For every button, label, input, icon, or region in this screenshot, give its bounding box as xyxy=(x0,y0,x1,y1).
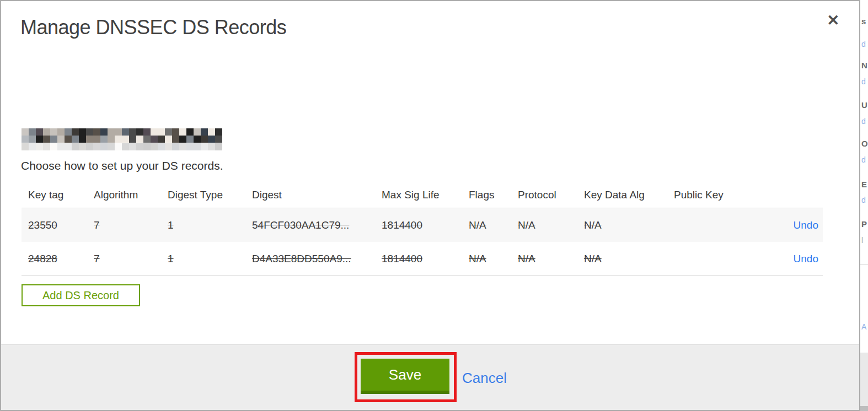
cell-digest-type: 1 xyxy=(168,208,252,242)
manage-dnssec-ds-records-dialog: Manage DNSSEC DS Records ✕ Choose how to… xyxy=(0,0,860,411)
table-row: 24828 7 1 D4A33E8DD550A9... 1814400 N/A … xyxy=(22,242,823,275)
cell-flags: N/A xyxy=(469,208,518,242)
column-header-action xyxy=(783,182,823,208)
table-header-row: Key tag Algorithm Digest Type Digest Max… xyxy=(22,182,823,208)
cell-protocol: N/A xyxy=(518,208,584,242)
background-text-fragment: P xyxy=(861,219,867,229)
column-header-key-tag: Key tag xyxy=(22,182,94,208)
background-link-fragment[interactable]: d xyxy=(861,196,866,204)
redacted-domain-name xyxy=(22,128,222,150)
cell-protocol: N/A xyxy=(518,242,584,275)
background-link-fragment[interactable]: d xyxy=(861,40,866,48)
background-text-fragment: U xyxy=(861,100,867,110)
cell-public-key xyxy=(674,242,783,275)
undo-link[interactable]: Undo xyxy=(794,219,818,231)
column-header-digest: Digest xyxy=(252,182,382,208)
column-header-protocol: Protocol xyxy=(518,182,584,208)
cell-max-sig-life: 1814400 xyxy=(382,242,469,275)
undo-link[interactable]: Undo xyxy=(794,253,818,264)
background-link-fragment[interactable]: d xyxy=(861,155,866,164)
instruction-text: Choose how to set up your DS records. xyxy=(21,159,223,172)
background-link-fragment[interactable]: d xyxy=(861,77,866,86)
close-icon[interactable]: ✕ xyxy=(827,13,839,28)
background-footer-edge xyxy=(860,406,868,411)
annotation-highlight-box: Save xyxy=(355,352,457,402)
cell-max-sig-life: 1814400 xyxy=(382,208,469,242)
column-header-public-key: Public Key xyxy=(674,182,783,208)
ds-records-table: Key tag Algorithm Digest Type Digest Max… xyxy=(22,182,823,276)
add-ds-record-button[interactable]: Add DS Record xyxy=(22,284,140,306)
cell-digest: D4A33E8DD550A9... xyxy=(252,242,382,275)
column-header-key-data-alg: Key Data Alg xyxy=(584,182,674,208)
background-text-fragment: O xyxy=(861,139,868,148)
cell-digest-type: 1 xyxy=(168,242,252,275)
cell-key-tag: 24828 xyxy=(22,242,94,275)
cell-key-tag: 23550 xyxy=(22,208,94,242)
column-header-algorithm: Algorithm xyxy=(94,182,168,208)
background-text-fragment: N xyxy=(861,61,867,70)
background-text-fragment: l xyxy=(861,236,863,245)
background-link-fragment[interactable]: d xyxy=(861,117,866,126)
column-header-flags: Flags xyxy=(469,182,518,208)
background-link-fragment[interactable]: A xyxy=(861,322,866,331)
save-button[interactable]: Save xyxy=(361,359,449,394)
page-title: Manage DNSSEC DS Records xyxy=(20,16,286,39)
screenshot-root: sdNdUdOdEdPlA Manage DNSSEC DS Records ✕… xyxy=(0,0,868,411)
background-text-fragment: E xyxy=(861,180,867,189)
cell-flags: N/A xyxy=(469,242,518,275)
column-header-digest-type: Digest Type xyxy=(168,182,252,208)
cancel-link[interactable]: Cancel xyxy=(462,370,507,387)
background-text-fragment: s xyxy=(861,17,866,26)
cell-public-key xyxy=(674,208,783,242)
background-page-strip: sdNdUdOdEdPlA xyxy=(860,0,868,411)
cell-key-data-alg: N/A xyxy=(584,242,674,275)
cell-digest: 54FCF030AA1C79... xyxy=(252,208,382,242)
cell-algorithm: 7 xyxy=(94,242,168,275)
cell-key-data-alg: N/A xyxy=(584,208,674,242)
modal-footer: Save Cancel xyxy=(1,344,859,410)
background-footer-band xyxy=(860,353,868,411)
table-row: 23550 7 1 54FCF030AA1C79... 1814400 N/A … xyxy=(22,208,823,242)
column-header-max-sig-life: Max Sig Life xyxy=(382,182,469,208)
divider xyxy=(860,264,868,265)
cell-algorithm: 7 xyxy=(94,208,168,242)
